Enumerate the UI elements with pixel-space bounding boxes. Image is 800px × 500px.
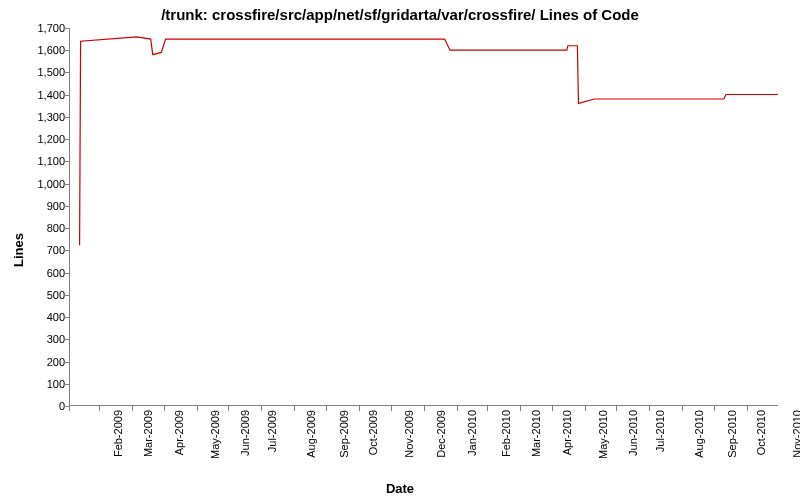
x-tick [552,406,553,411]
x-tick-label: Oct-2009 [367,410,379,455]
x-tick [649,406,650,411]
y-tick [64,362,69,363]
x-tick-label: Apr-2010 [561,410,573,455]
x-tick-label: Mar-2009 [142,410,154,457]
y-tick-label: 100 [15,378,65,390]
x-tick [326,406,327,411]
y-tick-label: 1,100 [15,155,65,167]
x-tick [487,406,488,411]
y-tick-label: 800 [15,222,65,234]
x-tick-label: Dec-2009 [435,410,447,458]
y-tick [64,50,69,51]
x-tick-label: Jul-2010 [655,410,667,452]
x-tick-label: Sep-2009 [338,410,350,458]
x-tick-label: Aug-2009 [305,410,317,458]
plot-area [69,28,778,406]
y-tick [64,161,69,162]
y-tick [64,295,69,296]
y-tick-label: 400 [15,311,65,323]
x-tick-label: Apr-2009 [173,410,185,455]
y-tick-label: 1,600 [15,44,65,56]
x-tick [616,406,617,411]
x-tick [457,406,458,411]
x-tick [294,406,295,411]
x-tick [424,406,425,411]
data-series-line [80,37,778,245]
y-tick-label: 1,700 [15,22,65,34]
y-tick [64,28,69,29]
x-tick [164,406,165,411]
x-tick [69,406,70,411]
x-axis-label: Date [0,481,800,496]
x-tick [261,406,262,411]
x-tick [228,406,229,411]
x-tick [391,406,392,411]
x-tick-label: May-2010 [597,410,609,459]
x-tick-label: Jun-2009 [238,410,250,456]
y-tick-label: 1,500 [15,66,65,78]
y-tick [64,95,69,96]
x-tick [132,406,133,411]
x-tick [99,406,100,411]
x-tick [197,406,198,411]
x-tick-label: Jul-2009 [267,410,279,452]
y-tick-label: 700 [15,244,65,256]
x-tick [747,406,748,411]
x-tick-label: Aug-2010 [693,410,705,458]
y-tick-label: 600 [15,267,65,279]
y-tick [64,250,69,251]
y-tick-label: 1,000 [15,178,65,190]
y-tick-label: 0 [15,400,65,412]
y-tick [64,273,69,274]
y-tick-label: 1,400 [15,89,65,101]
x-tick-label: Feb-2010 [500,410,512,457]
x-tick-label: Nov-2009 [403,410,415,458]
x-tick [359,406,360,411]
x-tick [520,406,521,411]
y-tick [64,72,69,73]
x-tick-label: Nov-2010 [791,410,800,458]
x-tick-label: Jan-2010 [466,410,478,456]
y-tick-label: 1,200 [15,133,65,145]
x-tick-label: Oct-2010 [755,410,767,455]
chart-title: /trunk: crossfire/src/app/net/sf/gridart… [0,6,800,23]
y-tick [64,206,69,207]
y-tick-label: 200 [15,356,65,368]
y-tick [64,384,69,385]
y-tick [64,228,69,229]
x-tick [714,406,715,411]
y-tick [64,184,69,185]
x-tick-label: Jun-2010 [626,410,638,456]
x-tick [682,406,683,411]
line-chart-svg [70,28,778,405]
x-tick [585,406,586,411]
y-tick [64,339,69,340]
y-tick-label: 500 [15,289,65,301]
x-tick-label: Mar-2010 [530,410,542,457]
y-tick-label: 300 [15,333,65,345]
y-tick [64,317,69,318]
y-tick [64,117,69,118]
y-tick-label: 900 [15,200,65,212]
y-tick-label: 1,300 [15,111,65,123]
x-tick-label: Sep-2010 [726,410,738,458]
y-tick [64,139,69,140]
x-tick-label: Feb-2009 [112,410,124,457]
x-tick-label: May-2009 [209,410,221,459]
